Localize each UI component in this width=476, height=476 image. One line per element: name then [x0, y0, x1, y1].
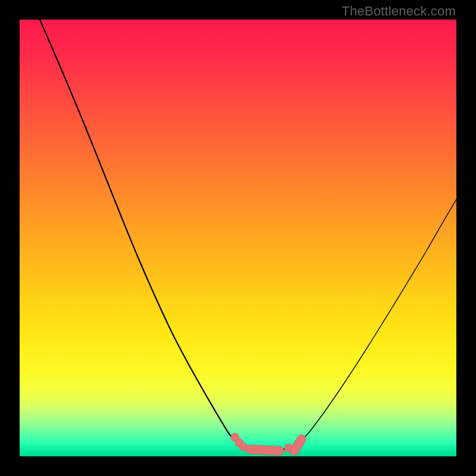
curve-markers [231, 433, 308, 456]
watermark-text: TheBottleneck.com [342, 4, 456, 19]
curve-left-curve [40, 20, 235, 440]
chart-plot-area [20, 20, 456, 456]
curve-right-curve [302, 199, 456, 440]
marker-capsule-3 [246, 444, 284, 455]
bottleneck-curve [40, 20, 456, 450]
chart-svg-layer [20, 20, 456, 456]
